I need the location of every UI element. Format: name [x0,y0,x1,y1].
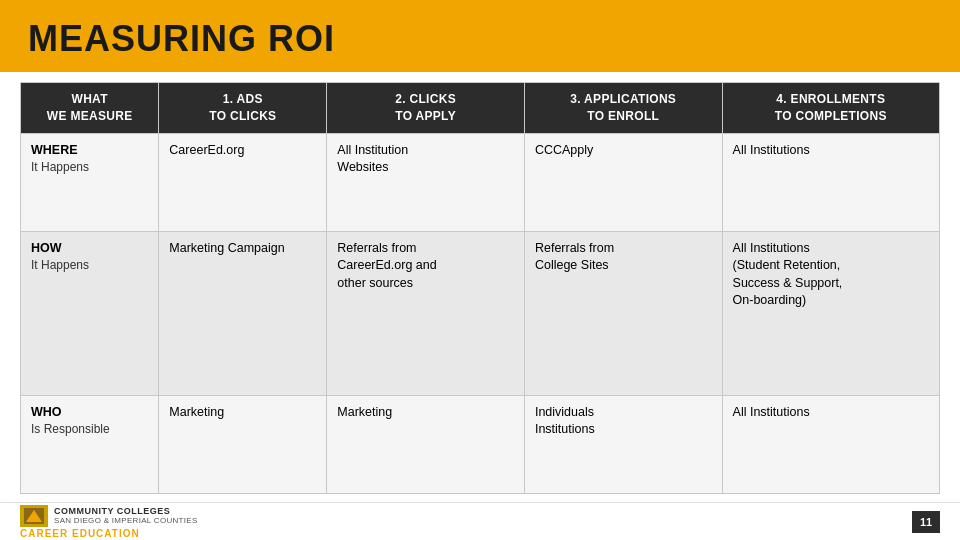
row-0-col-4: All Institutions [722,133,939,231]
row-label-cell: HOWIt Happens [21,231,159,395]
col-header-2: 2. CLICKS TO APPLY [327,83,525,134]
row-1-col-1: Marketing Campaign [159,231,327,395]
footer-career-label: CAREER EDUCATION [20,528,198,539]
table-row: HOWIt HappensMarketing CampaignReferrals… [21,231,940,395]
col-header-3: 3. APPLICATIONS TO ENROLL [524,83,722,134]
footer-logo-text: COMMUNITY COLLEGES SAN DIEGO & IMPERIAL … [54,506,198,525]
row-0-col-3: CCCApply [524,133,722,231]
row-2-col-4: All Institutions [722,395,939,493]
main-content: WHAT We Measure 1. ADS TO CLICKS 2. CLIC… [0,72,960,502]
row-2-col-1: Marketing [159,395,327,493]
footer-logo-top: COMMUNITY COLLEGES SAN DIEGO & IMPERIAL … [20,505,198,527]
table-row: WHEREIt HappensCareerEd.orgAll Instituti… [21,133,940,231]
logo-icon [20,505,48,527]
row-0-col-1: CareerEd.org [159,133,327,231]
footer: COMMUNITY COLLEGES SAN DIEGO & IMPERIAL … [0,502,960,540]
table-row: WHOIs ResponsibleMarketingMarketingIndiv… [21,395,940,493]
header: MEASURING ROI [0,0,960,72]
roi-table: WHAT We Measure 1. ADS TO CLICKS 2. CLIC… [20,82,940,494]
row-1-col-3: Referrals from College Sites [524,231,722,395]
col-header-4: 4. ENROLLMENTS TO COMPLETIONS [722,83,939,134]
footer-logo: COMMUNITY COLLEGES SAN DIEGO & IMPERIAL … [20,505,198,539]
row-2-col-2: Marketing [327,395,525,493]
row-1-col-2: Referrals from CareerEd.org and other so… [327,231,525,395]
row-0-col-2: All Institution Websites [327,133,525,231]
page-number: 11 [912,511,940,533]
page: MEASURING ROI WHAT We Measure 1. ADS TO … [0,0,960,540]
row-label-cell: WHEREIt Happens [21,133,159,231]
row-1-col-4: All Institutions (Student Retention, Suc… [722,231,939,395]
col-header-what: WHAT We Measure [21,83,159,134]
row-2-col-3: Individuals Institutions [524,395,722,493]
table-header-row: WHAT We Measure 1. ADS TO CLICKS 2. CLIC… [21,83,940,134]
col-header-1: 1. ADS TO CLICKS [159,83,327,134]
row-label-cell: WHOIs Responsible [21,395,159,493]
page-title: MEASURING ROI [28,18,932,60]
